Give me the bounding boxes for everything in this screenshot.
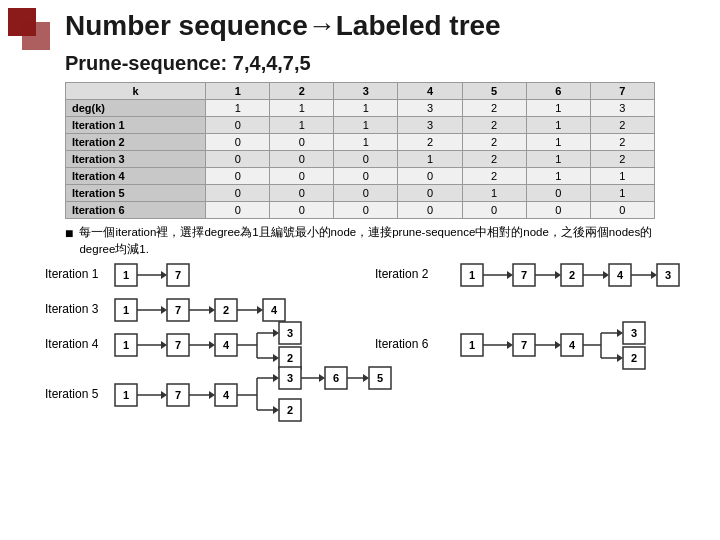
cell: 0	[334, 185, 398, 202]
decorative-squares	[8, 8, 56, 56]
svg-marker-91	[273, 374, 279, 382]
svg-text:4: 4	[617, 269, 624, 281]
cell: 0	[526, 185, 590, 202]
cell: 1	[270, 100, 334, 117]
svg-marker-27	[161, 306, 167, 314]
cell: 2	[590, 117, 654, 134]
cell: 1	[206, 100, 270, 117]
cell: 0	[398, 185, 462, 202]
svg-marker-35	[257, 306, 263, 314]
table-row: Iteration 10113212	[66, 117, 655, 134]
cell: 0	[590, 202, 654, 219]
svg-text:1: 1	[123, 304, 129, 316]
row-label: deg(k)	[66, 100, 206, 117]
iter1-label: Iteration 1	[45, 267, 99, 281]
page-title: Number sequence→Labeled tree	[65, 10, 501, 42]
svg-text:1: 1	[123, 269, 129, 281]
table-header-row: k 1 2 3 4 5 6 7	[66, 83, 655, 100]
table-row: Iteration 60000000	[66, 202, 655, 219]
svg-text:7: 7	[175, 339, 181, 351]
table-body: deg(k)1113213Iteration 10113212Iteration…	[66, 100, 655, 219]
svg-text:1: 1	[123, 339, 129, 351]
col-6: 6	[526, 83, 590, 100]
cell: 1	[590, 168, 654, 185]
table-row: Iteration 40000211	[66, 168, 655, 185]
svg-text:4: 4	[271, 304, 278, 316]
svg-marker-95	[273, 406, 279, 414]
cell: 1	[270, 117, 334, 134]
subtitle: Prune-sequence: 7,4,4,7,5	[65, 52, 311, 75]
cell: 1	[334, 117, 398, 134]
svg-text:4: 4	[223, 339, 230, 351]
bullet-icon: ■	[65, 224, 73, 242]
svg-marker-41	[161, 341, 167, 349]
cell: 1	[526, 168, 590, 185]
svg-text:2: 2	[287, 352, 293, 364]
svg-text:7: 7	[521, 269, 527, 281]
cell: 1	[334, 134, 398, 151]
cell: 1	[398, 151, 462, 168]
cell: 0	[270, 134, 334, 151]
svg-marker-45	[209, 341, 215, 349]
svg-text:4: 4	[569, 339, 576, 351]
cell: 0	[206, 151, 270, 168]
cell: 0	[398, 202, 462, 219]
row-label: Iteration 5	[66, 185, 206, 202]
svg-text:1: 1	[469, 269, 475, 281]
svg-marker-51	[273, 329, 279, 337]
svg-marker-3	[161, 271, 167, 279]
svg-marker-21	[651, 271, 657, 279]
cell: 2	[462, 151, 526, 168]
cell: 1	[462, 185, 526, 202]
col-k: k	[66, 83, 206, 100]
col-3: 3	[334, 83, 398, 100]
cell: 0	[270, 151, 334, 168]
data-table: k 1 2 3 4 5 6 7 deg(k)1113213Iteration 1…	[65, 82, 655, 219]
cell: 0	[206, 117, 270, 134]
svg-text:3: 3	[287, 372, 293, 384]
cell: 1	[526, 151, 590, 168]
note-text: 每一個iteration裡，選擇degree為1且編號最小的node，連接pru…	[79, 224, 655, 259]
svg-marker-99	[319, 374, 325, 382]
cell: 1	[590, 185, 654, 202]
svg-marker-71	[617, 329, 623, 337]
cell: 0	[334, 168, 398, 185]
cell: 0	[270, 168, 334, 185]
iter2-label: Iteration 2	[375, 267, 429, 281]
svg-text:3: 3	[631, 327, 637, 339]
col-1: 1	[206, 83, 270, 100]
svg-marker-55	[273, 354, 279, 362]
svg-marker-103	[363, 374, 369, 382]
svg-text:2: 2	[631, 352, 637, 364]
cell: 0	[462, 202, 526, 219]
row-label: Iteration 3	[66, 151, 206, 168]
table-row: Iteration 50000101	[66, 185, 655, 202]
cell: 2	[462, 117, 526, 134]
row-label: Iteration 4	[66, 168, 206, 185]
table-row: Iteration 20012212	[66, 134, 655, 151]
cell: 0	[526, 202, 590, 219]
cell: 3	[398, 117, 462, 134]
svg-text:2: 2	[287, 404, 293, 416]
cell: 0	[270, 185, 334, 202]
svg-marker-13	[555, 271, 561, 279]
cell: 2	[590, 134, 654, 151]
iter6-label: Iteration 6	[375, 337, 429, 351]
svg-marker-81	[161, 391, 167, 399]
svg-marker-61	[507, 341, 513, 349]
cell: 0	[334, 151, 398, 168]
iteration-diagrams: Iteration 1 1 7 Iteration 2 1 7 2 4 3 It…	[45, 258, 695, 528]
svg-marker-9	[507, 271, 513, 279]
row-label: Iteration 2	[66, 134, 206, 151]
svg-text:2: 2	[569, 269, 575, 281]
cell: 0	[206, 134, 270, 151]
svg-marker-17	[603, 271, 609, 279]
cell: 0	[270, 202, 334, 219]
cell: 2	[398, 134, 462, 151]
cell: 0	[398, 168, 462, 185]
cell: 0	[206, 202, 270, 219]
svg-marker-85	[209, 391, 215, 399]
cell: 2	[462, 100, 526, 117]
svg-text:3: 3	[287, 327, 293, 339]
cell: 1	[334, 100, 398, 117]
